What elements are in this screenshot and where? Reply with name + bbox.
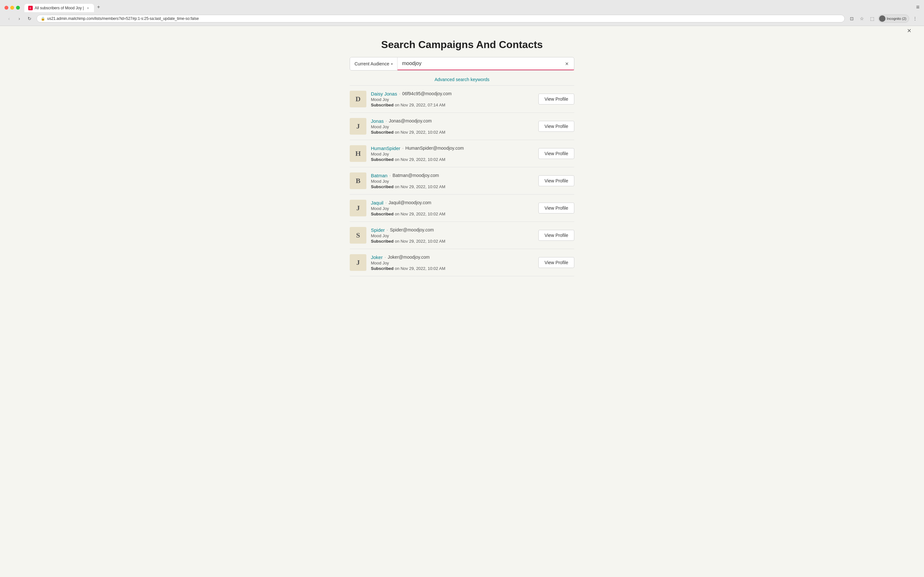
avatar: J <box>350 254 367 271</box>
view-profile-button[interactable]: View Profile <box>538 257 574 268</box>
view-profile-button[interactable]: View Profile <box>538 93 574 105</box>
result-info: Batman · Batman@moodjoy.com Mood Joy Sub… <box>371 173 534 189</box>
incognito-profile-button[interactable]: Incognito (2) <box>878 15 909 23</box>
search-container: Search Campaigns And Contacts Current Au… <box>350 39 574 82</box>
back-button[interactable]: ‹ <box>5 14 13 23</box>
bookmark-icon[interactable]: ☆ <box>858 14 867 23</box>
search-input[interactable] <box>397 57 574 70</box>
result-separator: · <box>385 200 387 205</box>
list-item: J Jaquil · Jaquil@moodjoy.com Mood Joy S… <box>350 195 574 222</box>
list-item: D Daisy Jonas · 06f94c95@moodjoy.com Moo… <box>350 85 574 113</box>
sidebar-icon[interactable]: ⬚ <box>868 14 877 23</box>
result-name-row: Batman · Batman@moodjoy.com <box>371 173 534 178</box>
new-tab-button[interactable]: + <box>95 3 102 11</box>
search-input-wrapper: ✕ <box>397 57 574 70</box>
tab-close-button[interactable]: × <box>86 6 90 10</box>
result-separator: · <box>402 145 404 151</box>
result-status: Subscribed on Nov 29, 2022, 10:02 AM <box>371 239 534 243</box>
incognito-label: Incognito (2) <box>887 17 906 21</box>
result-status: Subscribed on Nov 29, 2022, 10:02 AM <box>371 211 534 216</box>
status-badge: Subscribed <box>371 211 394 216</box>
window-menu-icon[interactable]: ≡ <box>916 4 919 12</box>
status-badge: Subscribed <box>371 184 394 189</box>
browser-titlebar: C All subscribers of Mood Joy | × + ≡ <box>0 0 924 12</box>
result-name-row: Jonas · Jonas@moodjoy.com <box>371 118 534 124</box>
result-name[interactable]: Daisy Jonas <box>371 91 397 97</box>
result-audience: Mood Joy <box>371 152 534 156</box>
result-email: Batman@moodjoy.com <box>393 173 439 178</box>
result-audience: Mood Joy <box>371 124 534 129</box>
view-profile-button[interactable]: View Profile <box>538 148 574 159</box>
result-info: Jonas · Jonas@moodjoy.com Mood Joy Subsc… <box>371 118 534 135</box>
view-profile-button[interactable]: View Profile <box>538 230 574 241</box>
result-name[interactable]: HumanSpider <box>371 145 401 151</box>
status-badge: Subscribed <box>371 130 394 135</box>
result-info: Daisy Jonas · 06f94c95@moodjoy.com Mood … <box>371 91 534 107</box>
avatar: B <box>350 172 367 189</box>
result-name[interactable]: Spider <box>371 227 384 233</box>
audience-dropdown[interactable]: Current Audience ▾ <box>350 57 397 70</box>
result-separator: · <box>387 227 388 232</box>
url-text: us21.admin.mailchimp.com/lists/members?i… <box>47 16 841 21</box>
avatar: J <box>350 200 367 216</box>
status-badge: Subscribed <box>371 103 394 107</box>
result-separator: · <box>399 91 401 96</box>
result-email: Joker@moodjoy.com <box>388 255 430 259</box>
cast-icon[interactable]: ⊡ <box>847 14 856 23</box>
result-name-row: Daisy Jonas · 06f94c95@moodjoy.com <box>371 91 534 97</box>
result-email: Spider@moodjoy.com <box>390 227 434 232</box>
result-info: Jaquil · Jaquil@moodjoy.com Mood Joy Sub… <box>371 200 534 216</box>
result-separator: · <box>386 118 387 123</box>
reload-button[interactable]: ↻ <box>25 14 34 23</box>
result-audience: Mood Joy <box>371 234 534 238</box>
close-button[interactable]: × <box>904 26 914 36</box>
result-audience: Mood Joy <box>371 206 534 211</box>
result-name[interactable]: Jonas <box>371 118 384 124</box>
advanced-search-link[interactable]: Advanced search keywords <box>435 77 489 82</box>
result-name-row: Joker · Joker@moodjoy.com <box>371 255 534 260</box>
avatar: J <box>350 118 367 135</box>
result-status: Subscribed on Nov 29, 2022, 10:02 AM <box>371 130 534 135</box>
result-status: Subscribed on Nov 29, 2022, 10:02 AM <box>371 157 534 162</box>
maximize-window-button[interactable] <box>16 6 20 10</box>
nav-buttons: ‹ › ↻ <box>5 14 34 23</box>
search-clear-button[interactable]: ✕ <box>563 60 571 68</box>
search-row: Current Audience ▾ ✕ <box>350 57 574 71</box>
result-email: Jaquil@moodjoy.com <box>389 200 431 205</box>
browser-menu-button[interactable]: ⋮ <box>911 14 919 23</box>
view-profile-button[interactable]: View Profile <box>538 175 574 186</box>
browser-actions: ⊡ ☆ ⬚ Incognito (2) ⋮ <box>847 14 919 23</box>
list-item: J Jonas · Jonas@moodjoy.com Mood Joy Sub… <box>350 113 574 140</box>
lock-icon: 🔒 <box>41 17 45 21</box>
result-audience: Mood Joy <box>371 179 534 184</box>
result-info: Spider · Spider@moodjoy.com Mood Joy Sub… <box>371 227 534 243</box>
result-name[interactable]: Joker <box>371 255 383 260</box>
result-audience: Mood Joy <box>371 261 534 266</box>
result-audience: Mood Joy <box>371 97 534 102</box>
result-name[interactable]: Jaquil <box>371 200 383 205</box>
forward-button[interactable]: › <box>15 14 24 23</box>
result-status: Subscribed on Nov 29, 2022, 10:02 AM <box>371 266 534 271</box>
traffic-lights <box>5 6 20 10</box>
profile-avatar <box>879 15 885 22</box>
address-bar[interactable]: 🔒 us21.admin.mailchimp.com/lists/members… <box>37 15 845 23</box>
browser-addressbar: ‹ › ↻ 🔒 us21.admin.mailchimp.com/lists/m… <box>0 12 924 26</box>
result-info: Joker · Joker@moodjoy.com Mood Joy Subsc… <box>371 255 534 271</box>
view-profile-button[interactable]: View Profile <box>538 121 574 132</box>
active-tab[interactable]: C All subscribers of Mood Joy | × <box>24 4 94 12</box>
list-item: J Joker · Joker@moodjoy.com Mood Joy Sub… <box>350 249 574 276</box>
tab-title: All subscribers of Mood Joy | <box>35 6 84 10</box>
result-status: Subscribed on Nov 29, 2022, 07:14 AM <box>371 103 534 107</box>
result-email: 06f94c95@moodjoy.com <box>402 91 452 96</box>
avatar: D <box>350 91 367 107</box>
close-window-button[interactable] <box>5 6 8 10</box>
result-info: HumanSpider · HumanSpider@moodjoy.com Mo… <box>371 145 534 162</box>
result-name-row: Spider · Spider@moodjoy.com <box>371 227 534 233</box>
result-name-row: HumanSpider · HumanSpider@moodjoy.com <box>371 145 534 151</box>
result-name-row: Jaquil · Jaquil@moodjoy.com <box>371 200 534 205</box>
result-email: HumanSpider@moodjoy.com <box>405 145 464 151</box>
view-profile-button[interactable]: View Profile <box>538 203 574 213</box>
minimize-window-button[interactable] <box>10 6 14 10</box>
result-name[interactable]: Batman <box>371 173 388 178</box>
status-badge: Subscribed <box>371 266 394 271</box>
